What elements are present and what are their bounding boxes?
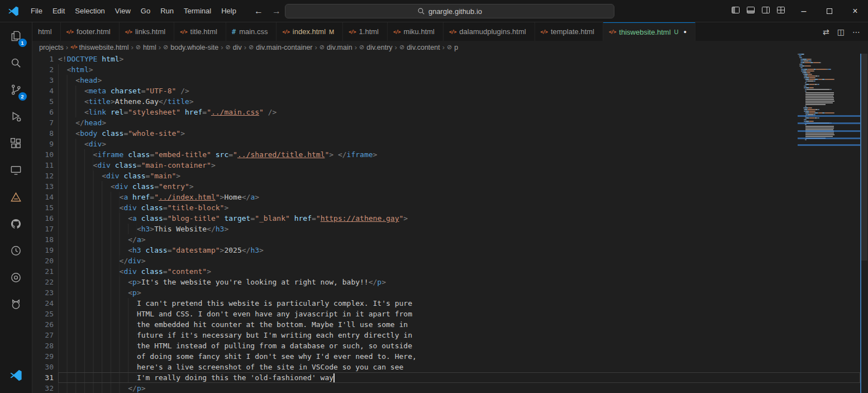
code-line-19[interactable]: <h3 class="datestamp">2025</h3> <box>58 245 868 255</box>
minimap-token <box>826 79 833 80</box>
activity-item-explorer[interactable]: 1 <box>3 22 30 49</box>
code-line-7[interactable]: </head> <box>58 117 868 128</box>
code-line-28[interactable]: the HTML instead of pulling from a datab… <box>58 340 868 351</box>
code-line-32[interactable]: </p> <box>58 383 868 393</box>
scrollbar[interactable] <box>860 54 868 393</box>
minimap-indent <box>798 127 805 129</box>
dirty-indicator[interactable]: ● <box>684 29 686 35</box>
activity-item-target-extension[interactable] <box>3 264 30 291</box>
tab-html[interactable]: html <box>32 22 61 41</box>
activity-item-extensions[interactable] <box>3 130 30 157</box>
menu-selection[interactable]: Selection <box>70 4 109 17</box>
code-line-25[interactable]: HTML and CSS. I don't even have any java… <box>58 309 868 319</box>
tab-miku.html[interactable]: </>miku.html <box>388 22 443 41</box>
code-line-8[interactable]: <body class="whole-site"> <box>58 128 868 139</box>
compare-changes-icon[interactable]: ⇄ <box>823 27 829 36</box>
forward-icon[interactable]: → <box>272 6 281 16</box>
code-token: > <box>189 96 194 107</box>
code-line-30[interactable]: here's a live screenshot of the site in … <box>58 362 868 372</box>
activity-item-search[interactable] <box>3 49 30 76</box>
tab-index.html[interactable]: </>index.htmlM <box>276 22 343 41</box>
code-line-14[interactable]: <a href="../index.html">Home</a> <box>58 192 868 202</box>
breadcrumb-item-div.main-container[interactable]: ⊘div.main-container <box>249 44 312 51</box>
toggle-sidebar-left-icon[interactable] <box>731 6 740 17</box>
menu-terminal[interactable]: Terminal <box>179 4 216 17</box>
code-line-6[interactable]: <link rel="stylesheet" href="../main.css… <box>58 107 868 117</box>
breadcrumb-item-html[interactable]: ⊘html <box>136 44 156 51</box>
breadcrumb-item-div[interactable]: ⊘div <box>226 44 242 51</box>
code-line-3[interactable]: <head> <box>58 75 868 86</box>
code-line-27[interactable]: future if it's necessary but I'm writing… <box>58 330 868 340</box>
code-line-23[interactable]: <p> <box>58 287 868 298</box>
code-line-12[interactable]: <div class="main"> <box>58 171 868 181</box>
breadcrumb-item-projects[interactable]: projects <box>39 44 64 51</box>
minimap-row <box>798 86 860 87</box>
code-line-10[interactable]: <iframe class="embed-title" src="../shar… <box>58 149 868 160</box>
code-line-31[interactable]: I'm really doing this the 'old-fashioned… <box>58 372 868 383</box>
menu-go[interactable]: Go <box>136 4 155 17</box>
minimize-button[interactable]: – <box>791 0 817 22</box>
code-line-22[interactable]: <p>It's the website you're looking at ri… <box>58 277 868 287</box>
breadcrumb-separator: › <box>315 43 317 51</box>
tab-1.html[interactable]: </>1.html <box>343 22 388 41</box>
command-center-search[interactable]: gnargle.github.io <box>285 4 614 18</box>
scrollbar-thumb[interactable] <box>861 54 867 261</box>
menu-help[interactable]: Help <box>216 4 241 17</box>
code-line-15[interactable]: <div class="title-block"> <box>58 202 868 213</box>
code-line-21[interactable]: <div class="content"> <box>58 266 868 277</box>
tab-main.css[interactable]: #main.css <box>226 22 277 41</box>
maximize-button[interactable] <box>817 0 842 22</box>
tab-dalamudplugins.html[interactable]: </>dalamudplugins.html <box>443 22 535 41</box>
code-line-16[interactable]: <a class="blog-title" target="_blank" hr… <box>58 213 868 224</box>
tab-thiswebsite.html[interactable]: </>thiswebsite.htmlU● <box>603 22 695 41</box>
code-line-11[interactable]: <div class="main-container"> <box>58 160 868 171</box>
code-line-26[interactable]: the embedded hit counter at the bottom. … <box>58 319 868 330</box>
back-icon[interactable]: ← <box>254 6 263 16</box>
activity-item-run-debug[interactable] <box>3 103 30 130</box>
tab-footer.html[interactable]: </>footer.html <box>61 22 120 41</box>
tab-links.html[interactable]: </>links.html <box>120 22 175 41</box>
activity-item-vscode-home[interactable] <box>3 362 30 389</box>
split-editor-icon[interactable]: ◫ <box>837 27 845 36</box>
tab-template.html[interactable]: </>template.html <box>535 22 603 41</box>
code-line-9[interactable]: <div> <box>58 139 868 149</box>
breadcrumb-item-div.content[interactable]: ⊘div.content <box>399 44 440 51</box>
code-line-5[interactable]: <title>Athene.Gay</title> <box>58 96 868 107</box>
menu-edit[interactable]: Edit <box>47 4 70 17</box>
code-line-24[interactable]: I can't pretend this website is particul… <box>58 298 868 309</box>
breadcrumb-item-p[interactable]: ⊘p <box>447 44 458 51</box>
code-line-29[interactable]: of doing some fancy shit I don't see why… <box>58 351 868 362</box>
activity-item-github[interactable] <box>3 210 30 237</box>
code-token: /> <box>180 86 189 96</box>
minimap-token <box>805 92 833 93</box>
activity-item-history[interactable] <box>3 237 30 264</box>
code-lines[interactable]: <!DOCTYPE html><html><head><meta charset… <box>58 54 868 393</box>
toggle-sidebar-right-icon[interactable] <box>761 6 770 17</box>
menu-run[interactable]: Run <box>155 4 179 17</box>
breadcrumb-item-div.main[interactable]: ⊘div.main <box>319 44 352 51</box>
code-line-18[interactable]: </a> <box>58 234 868 245</box>
menu-file[interactable]: File <box>26 4 47 17</box>
breadcrumb-item-thiswebsite.html[interactable]: </>thiswebsite.html <box>70 44 128 51</box>
activity-item-remote-explorer[interactable] <box>3 157 30 183</box>
activity-item-triangle-extension[interactable] <box>3 183 30 210</box>
close-button[interactable]: × <box>842 0 868 22</box>
minimap[interactable] <box>798 54 860 393</box>
breadcrumb-item-body.whole-site[interactable]: ⊘body.whole-site <box>163 44 218 51</box>
code-line-2[interactable]: <html> <box>58 64 868 75</box>
code-line-20[interactable]: </div> <box>58 255 868 266</box>
code-line-13[interactable]: <div class="entry"> <box>58 181 868 192</box>
menu-view[interactable]: View <box>110 4 136 17</box>
toggle-panel-icon[interactable] <box>746 6 755 17</box>
activity-item-source-control[interactable]: 2 <box>3 76 30 103</box>
code-line-1[interactable]: <!DOCTYPE html> <box>58 54 868 64</box>
breadcrumb-item-div.entry[interactable]: ⊘div.entry <box>359 44 393 51</box>
customize-layout-icon[interactable] <box>776 6 785 17</box>
activity-item-pets[interactable] <box>3 291 30 318</box>
code-line-17[interactable]: <h3>This Website</h3> <box>58 224 868 234</box>
more-actions-icon[interactable]: ⋯ <box>852 27 860 36</box>
code-line-4[interactable]: <meta charset="UTF-8" /> <box>58 86 868 96</box>
editor[interactable]: 1234567891011121314151617181920212223242… <box>32 54 868 393</box>
minimap-row <box>798 104 860 105</box>
tab-title.html[interactable]: </>title.html <box>174 22 226 41</box>
